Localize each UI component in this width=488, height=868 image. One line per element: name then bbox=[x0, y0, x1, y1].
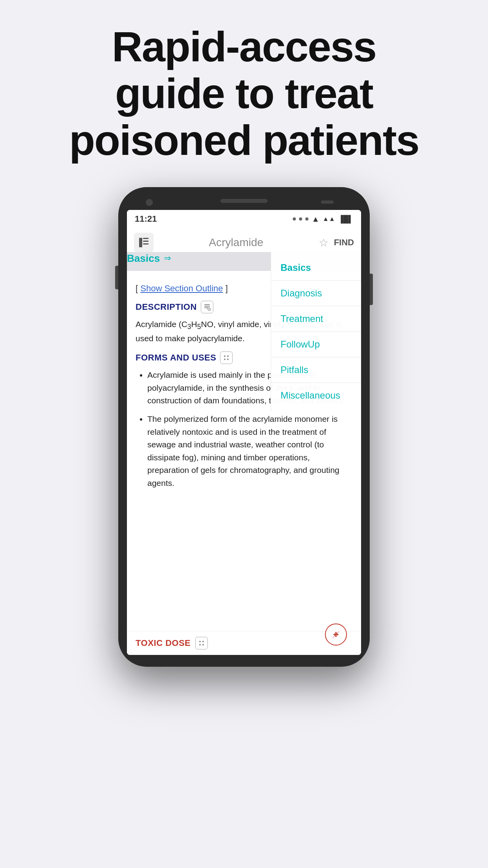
svg-point-11 bbox=[224, 359, 226, 360]
svg-point-16 bbox=[202, 644, 204, 645]
outline-bracket-close: ] bbox=[223, 283, 228, 293]
nav-miscellaneous[interactable]: Miscellaneous bbox=[271, 384, 361, 407]
nav-treatment[interactable]: Treatment bbox=[271, 307, 361, 331]
hero-section: Rapid-access guide to treat poisoned pat… bbox=[0, 0, 488, 179]
forms-uses-icon[interactable] bbox=[220, 351, 233, 364]
description-label: DESCRIPTION bbox=[136, 302, 197, 312]
nav-divider bbox=[271, 306, 361, 306]
sim-icon bbox=[299, 217, 302, 221]
svg-rect-3 bbox=[143, 243, 149, 245]
content-area: Basics Diagnosis Treatment FollowUp Pitf… bbox=[127, 252, 361, 655]
front-camera bbox=[146, 199, 153, 206]
svg-point-7 bbox=[208, 308, 210, 310]
basics-section-header: Basics ⇒ bbox=[127, 252, 171, 265]
svg-rect-2 bbox=[143, 241, 149, 242]
app-logo[interactable] bbox=[134, 233, 154, 252]
float-action-button[interactable] bbox=[325, 623, 347, 645]
svg-rect-0 bbox=[139, 238, 142, 247]
svg-rect-1 bbox=[143, 238, 149, 239]
nav-followup[interactable]: FollowUp bbox=[271, 333, 361, 356]
basics-arrow-icon: ⇒ bbox=[164, 253, 171, 263]
svg-rect-5 bbox=[204, 306, 210, 307]
find-button[interactable]: FIND bbox=[334, 237, 354, 248]
phone-top-bar bbox=[127, 199, 361, 210]
show-section-outline-link[interactable]: Show Section Outline bbox=[140, 283, 223, 293]
svg-point-10 bbox=[227, 355, 229, 357]
status-icons: ▲ ▲▲ ▐█▌ bbox=[293, 215, 353, 224]
basics-label: Basics bbox=[127, 252, 160, 265]
nav-divider bbox=[271, 280, 361, 281]
forms-uses-label: FORMS AND USES bbox=[136, 353, 216, 363]
outline-bracket-open: [ bbox=[136, 283, 140, 293]
phone-wrapper: 11:21 ▲ ▲▲ ▐█▌ bbox=[0, 179, 488, 690]
phone-frame: 11:21 ▲ ▲▲ ▐█▌ bbox=[118, 187, 370, 667]
clock: 11:21 bbox=[135, 214, 157, 224]
svg-point-12 bbox=[227, 359, 229, 360]
location-icon bbox=[293, 217, 296, 221]
battery-icon: ▐█▌ bbox=[338, 215, 353, 223]
side-navigation: Basics Diagnosis Treatment FollowUp Pitf… bbox=[271, 252, 361, 411]
description-icon[interactable] bbox=[201, 301, 213, 313]
nav-divider bbox=[271, 383, 361, 383]
svg-point-15 bbox=[199, 644, 201, 645]
list-item: The polymerized form of the acrylamide m… bbox=[147, 413, 352, 489]
volume-button bbox=[115, 266, 118, 289]
hero-title: Rapid-access guide to treat poisoned pat… bbox=[24, 24, 464, 164]
vpn-icon bbox=[305, 217, 308, 221]
svg-point-9 bbox=[224, 355, 226, 357]
svg-rect-6 bbox=[204, 307, 208, 308]
toxic-dose-icon[interactable] bbox=[195, 637, 208, 649]
toolbar-actions: ☆ FIND bbox=[319, 236, 354, 249]
toxic-dose-label: TOXIC DOSE bbox=[136, 638, 191, 648]
nav-pitfalls[interactable]: Pitfalls bbox=[271, 358, 361, 382]
toxic-dose-row: TOXIC DOSE bbox=[127, 631, 361, 655]
wifi-icon: ▲ bbox=[312, 215, 319, 224]
front-sensor bbox=[321, 200, 334, 204]
power-button bbox=[370, 274, 373, 305]
app-page-title: Acrylamide bbox=[159, 236, 313, 249]
phone-screen: 11:21 ▲ ▲▲ ▐█▌ bbox=[127, 210, 361, 655]
favorite-star-icon[interactable]: ☆ bbox=[319, 236, 328, 249]
nav-diagnosis[interactable]: Diagnosis bbox=[271, 281, 361, 305]
nav-basics[interactable]: Basics bbox=[271, 256, 361, 280]
signal-icon: ▲▲ bbox=[323, 215, 335, 223]
svg-point-14 bbox=[202, 641, 204, 642]
earpiece-speaker bbox=[220, 199, 268, 203]
svg-point-13 bbox=[199, 641, 201, 642]
svg-line-8 bbox=[210, 310, 211, 311]
nav-divider bbox=[271, 357, 361, 357]
svg-rect-4 bbox=[204, 304, 210, 305]
status-bar: 11:21 ▲ ▲▲ ▐█▌ bbox=[127, 210, 361, 227]
nav-divider bbox=[271, 331, 361, 332]
